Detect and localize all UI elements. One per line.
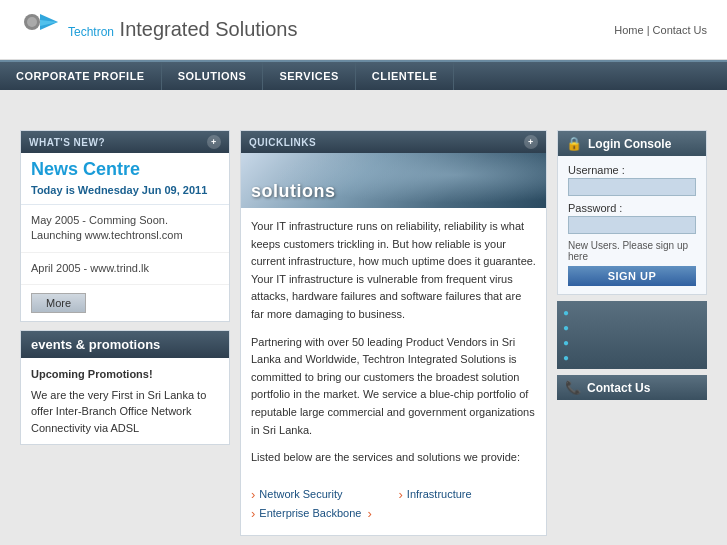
service-enterprise-backbone: › Enterprise Backbone › xyxy=(251,506,394,521)
service-network-security: › Network Security xyxy=(251,487,389,502)
body-para-2: Partnering with over 50 leading Product … xyxy=(251,334,536,440)
deco-bullet-2: ● xyxy=(563,320,701,335)
deco-bullet-4: ● xyxy=(563,350,701,365)
right-deco-panel: ● ● ● ● xyxy=(557,301,707,369)
whats-new-info-icon[interactable]: + xyxy=(207,135,221,149)
top-spacer xyxy=(0,90,727,130)
quicklinks-header: QUICKLINKS + xyxy=(241,131,546,153)
whats-new-header: WHAT'S NEW? + xyxy=(21,131,229,153)
contact-us-link[interactable]: Contact Us xyxy=(653,24,707,36)
home-link[interactable]: Home xyxy=(614,24,643,36)
services-row-2: › Enterprise Backbone › xyxy=(251,506,536,521)
solutions-banner: solutions xyxy=(241,153,546,208)
more-button[interactable]: More xyxy=(31,293,86,313)
logo-area: Techtron Integrated Solutions xyxy=(20,12,298,48)
service-infrastructure-label: Infrastructure xyxy=(407,488,472,500)
news-item-2: April 2005 - www.trind.lk xyxy=(21,253,229,285)
contact-title: Contact Us xyxy=(587,381,650,395)
nav-solutions[interactable]: SOLUTIONS xyxy=(162,62,264,90)
quicklinks-title: QUICKLINKS xyxy=(249,137,316,148)
solutions-banner-text: solutions xyxy=(251,181,336,202)
arrow-icon-4: › xyxy=(367,506,371,521)
logo-text: Techtron Integrated Solutions xyxy=(68,18,298,41)
events-title: events & promotions xyxy=(31,337,219,352)
events-header: events & promotions xyxy=(21,331,229,358)
password-label: Password : xyxy=(568,202,696,214)
signup-button[interactable]: SIGN UP xyxy=(568,266,696,286)
body-para-3: Listed below are the services and soluti… xyxy=(251,449,536,467)
events-body: Upcoming Promotions! We are the very Fir… xyxy=(21,358,229,444)
quicklinks-info-icon[interactable]: + xyxy=(524,135,538,149)
login-title: Login Console xyxy=(588,137,671,151)
service-enterprise-backbone-label: Enterprise Backbone xyxy=(259,507,361,519)
deco-bullet-3: ● xyxy=(563,335,701,350)
nav-bar: CORPORATE PROFILE SOLUTIONS SERVICES CLI… xyxy=(0,60,727,90)
events-label: events xyxy=(31,337,72,352)
logo-integrated: Integrated Solutions xyxy=(114,18,297,40)
news-item-1: May 2005 - Comming Soon. Launching www.t… xyxy=(21,205,229,253)
new-users-text: New Users. Please sign up here xyxy=(568,240,696,262)
nav-corporate-profile[interactable]: CORPORATE PROFILE xyxy=(0,62,162,90)
svg-point-1 xyxy=(27,17,37,27)
main-content: WHAT'S NEW? + News Centre Today is Wedne… xyxy=(0,130,727,545)
main-body-text: Your IT infrastructure runs on reliabili… xyxy=(241,208,546,487)
news-date: Today is Wednesday Jun 09, 2011 xyxy=(21,182,229,205)
logo-icon xyxy=(20,12,60,48)
username-input[interactable] xyxy=(568,178,696,196)
right-column: 🔒 Login Console Username : Password : Ne… xyxy=(557,130,707,536)
password-input[interactable] xyxy=(568,216,696,234)
whats-new-title: WHAT'S NEW? xyxy=(29,137,105,148)
middle-column: QUICKLINKS + solutions Your IT infrastru… xyxy=(240,130,547,536)
username-label: Username : xyxy=(568,164,696,176)
left-column: WHAT'S NEW? + News Centre Today is Wedne… xyxy=(20,130,230,536)
logo-techtron: Techtron xyxy=(68,25,114,39)
upcoming-text: We are the very First in Sri Lanka to of… xyxy=(31,387,219,437)
login-panel: 🔒 Login Console Username : Password : Ne… xyxy=(557,130,707,295)
login-body: Username : Password : New Users. Please … xyxy=(558,156,706,294)
nav-services[interactable]: SERVICES xyxy=(263,62,355,90)
arrow-icon-2: › xyxy=(399,487,403,502)
service-network-security-label: Network Security xyxy=(259,488,342,500)
body-para-1: Your IT infrastructure runs on reliabili… xyxy=(251,218,536,324)
lock-icon: 🔒 xyxy=(566,136,582,151)
contact-panel[interactable]: 📞 Contact Us xyxy=(557,375,707,400)
header: Techtron Integrated Solutions Home | Con… xyxy=(0,0,727,60)
arrow-icon-1: › xyxy=(251,487,255,502)
contact-icon: 📞 xyxy=(565,380,581,395)
nav-clientele[interactable]: CLIENTELE xyxy=(356,62,455,90)
service-infrastructure: › Infrastructure xyxy=(399,487,537,502)
events-promotions-label: & promotions xyxy=(72,337,160,352)
upcoming-title: Upcoming Promotions! xyxy=(31,366,219,383)
arrow-icon-3: › xyxy=(251,506,255,521)
deco-bullet-1: ● xyxy=(563,305,701,320)
whats-new-panel: WHAT'S NEW? + News Centre Today is Wedne… xyxy=(20,130,230,322)
services-list: › Network Security › Infrastructure › En… xyxy=(241,487,546,535)
quicklinks-panel: QUICKLINKS + solutions Your IT infrastru… xyxy=(240,130,547,536)
services-row-1: › Network Security › Infrastructure xyxy=(251,487,536,502)
news-centre-title: News Centre xyxy=(21,153,229,182)
login-header: 🔒 Login Console xyxy=(558,131,706,156)
header-nav: Home | Contact Us xyxy=(614,24,707,36)
events-panel: events & promotions Upcoming Promotions!… xyxy=(20,330,230,445)
